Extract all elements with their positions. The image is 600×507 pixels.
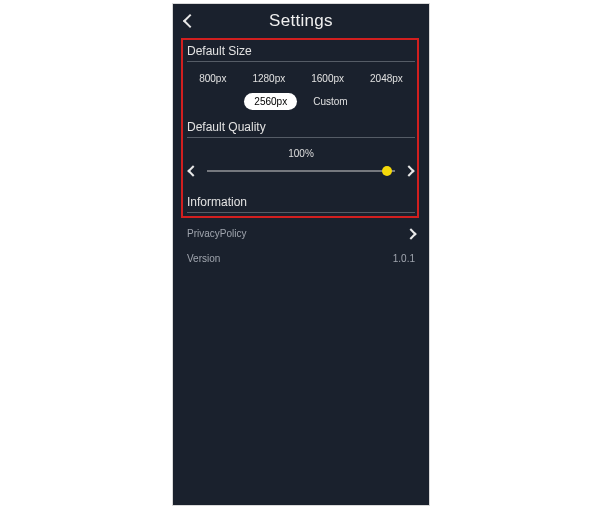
size-option-1280px[interactable]: 1280px [242,70,295,87]
chevron-right-icon [405,228,416,239]
default-quality-heading: Default Quality [187,120,415,138]
quality-value: 100% [187,148,415,159]
chevron-right-icon [403,165,414,176]
default-size-section: Default Size 800px1280px1600px2048px2560… [173,38,429,120]
size-option-800px[interactable]: 800px [189,70,236,87]
slider-track-line [207,171,395,172]
size-option-1600px[interactable]: 1600px [301,70,354,87]
default-size-heading: Default Size [187,44,415,62]
size-option-2560px[interactable]: 2560px [244,93,297,110]
settings-panel: Settings Default Size 800px1280px1600px2… [172,3,430,506]
privacy-policy-go [407,230,415,238]
information-section: Information PrivacyPolicy Version 1.0.1 [173,189,429,271]
size-option-custom[interactable]: Custom [303,93,357,110]
privacy-policy-row[interactable]: PrivacyPolicy [187,221,415,246]
quality-slider[interactable] [207,165,395,177]
size-option-2048px[interactable]: 2048px [360,70,413,87]
back-button[interactable] [185,12,195,30]
default-quality-section: Default Quality 100% [173,120,429,189]
quality-increase-button[interactable] [403,167,415,175]
chevron-left-icon [183,14,197,28]
version-value: 1.0.1 [393,253,415,264]
quality-slider-row [187,165,415,177]
privacy-policy-label: PrivacyPolicy [187,228,246,239]
page-title: Settings [269,11,333,31]
quality-decrease-button[interactable] [187,167,199,175]
information-heading: Information [187,195,415,213]
version-row: Version 1.0.1 [187,246,415,271]
slider-thumb[interactable] [382,166,392,176]
chevron-left-icon [187,165,198,176]
size-options-grid: 800px1280px1600px2048px2560pxCustom [187,70,415,120]
top-bar: Settings [173,4,429,38]
version-label: Version [187,253,220,264]
